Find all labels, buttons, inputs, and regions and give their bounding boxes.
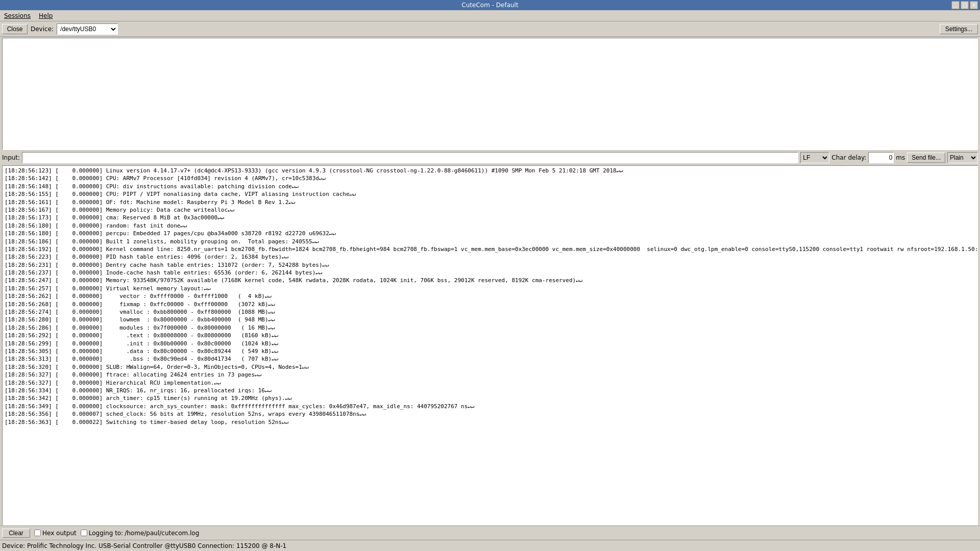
status-text: Device: Prolific Technology Inc. USB-Ser… bbox=[2, 542, 286, 549]
log-path: /home/paul/cutecom.log bbox=[125, 530, 199, 537]
title-text: CuteCom - Default bbox=[461, 2, 518, 9]
terminal-line: [18:28:56:342] [ 0.000000] arch_timer: c… bbox=[5, 394, 975, 402]
lf-select[interactable]: LF CR CR/LF None bbox=[800, 152, 829, 163]
terminal-line: [18:28:56:305] [ 0.000000] .data : 0x80c… bbox=[5, 347, 975, 355]
terminal-line: [18:28:56:148] [ 0.000000] CPU: div inst… bbox=[5, 183, 975, 190]
clear-button[interactable]: Clear bbox=[2, 529, 30, 538]
terminal-line: [18:28:56:237] [ 0.000000] Inode-cache h… bbox=[5, 269, 975, 277]
close-window-button[interactable]: ✕ bbox=[970, 1, 978, 9]
statusbar: Device: Prolific Technology Inc. USB-Ser… bbox=[0, 540, 980, 551]
terminal-line: [18:28:56:123] [ 0.000000] Linux version… bbox=[5, 167, 975, 174]
hex-output-checkbox[interactable] bbox=[34, 530, 41, 536]
menu-sessions[interactable]: Sessions bbox=[2, 12, 33, 20]
terminal-line: [18:28:56:349] [ 0.000000] clocksource: … bbox=[5, 403, 975, 410]
terminal-line: [18:28:56:280] [ 0.000000] lowmem : 0x80… bbox=[5, 316, 975, 323]
char-delay-unit: ms bbox=[896, 154, 905, 161]
terminal-line: [18:28:56:180] [ 0.000000] random: fast … bbox=[5, 222, 975, 230]
terminal-line: [18:28:56:313] [ 0.000000] .bss : 0x80c9… bbox=[5, 355, 975, 363]
titlebar: CuteCom - Default _ □ ✕ bbox=[0, 0, 980, 10]
hex-output-label: Hex output bbox=[42, 530, 77, 537]
input-label: Input: bbox=[2, 154, 20, 161]
minimize-button[interactable]: _ bbox=[951, 1, 960, 9]
terminal-line: [18:28:56:268] [ 0.000000] fixmap : 0xff… bbox=[5, 300, 975, 308]
toolbar: Close Device: /dev/ttyUSB0 Settings... bbox=[0, 21, 980, 37]
terminal-line: [18:28:56:262] [ 0.000000] vector : 0xff… bbox=[5, 292, 975, 300]
terminal-line: [18:28:56:180] [ 0.000000] percpu: Embed… bbox=[5, 230, 975, 237]
terminal-line: [18:28:56:356] [ 0.000007] sched_clock: … bbox=[5, 410, 975, 418]
terminal-line: [18:28:56:327] [ 0.000000] Hierarchical … bbox=[5, 379, 975, 387]
menubar: Sessions Help bbox=[0, 10, 980, 21]
settings-button[interactable]: Settings... bbox=[940, 24, 978, 34]
terminal-output[interactable]: [18:28:56:123] [ 0.000000] Linux version… bbox=[2, 165, 978, 525]
logging-wrapper: Logging to: /home/paul/cutecom.log bbox=[81, 530, 200, 537]
upper-area bbox=[2, 38, 978, 150]
logging-checkbox[interactable] bbox=[81, 530, 87, 536]
terminal-line: [18:28:56:223] [ 0.000000] PID hash tabl… bbox=[5, 253, 975, 261]
terminal-line: [18:28:56:192] [ 0.000000] Kernel comman… bbox=[5, 245, 975, 253]
terminal-line: [18:28:56:161] [ 0.000000] OF: fdt: Mach… bbox=[5, 198, 975, 206]
terminal-line: [18:28:56:231] [ 0.000000] Dentry cache … bbox=[5, 261, 975, 269]
terminal-line: [18:28:56:299] [ 0.000000] .init : 0x80b… bbox=[5, 340, 975, 347]
terminal-line: [18:28:56:173] [ 0.000000] cma: Reserved… bbox=[5, 214, 975, 221]
terminal-line: [18:28:56:274] [ 0.000000] vmalloc : 0xb… bbox=[5, 308, 975, 316]
terminal-line: [18:28:56:320] [ 0.000000] SLUB: HWalign… bbox=[5, 363, 975, 371]
menu-help[interactable]: Help bbox=[37, 12, 55, 20]
close-button[interactable]: Close bbox=[2, 24, 28, 34]
bottom-bar: Clear Hex output Logging to: /home/paul/… bbox=[0, 525, 980, 540]
send-file-button[interactable]: Send file... bbox=[907, 153, 945, 163]
terminal-line: [18:28:56:363] [ 0.000022] Switching to … bbox=[5, 418, 975, 426]
char-delay-label: Char delay: bbox=[831, 154, 866, 161]
terminal-line: [18:28:56:167] [ 0.000000] Memory policy… bbox=[5, 206, 975, 214]
input-field[interactable] bbox=[22, 152, 798, 163]
maximize-button[interactable]: □ bbox=[961, 1, 969, 9]
device-label: Device: bbox=[31, 26, 54, 33]
terminal-line: [18:28:56:327] [ 0.000000] ftrace: alloc… bbox=[5, 371, 975, 379]
device-select[interactable]: /dev/ttyUSB0 bbox=[57, 23, 118, 35]
terminal-line: [18:28:56:257] [ 0.000000] Virtual kerne… bbox=[5, 285, 975, 292]
char-delay-input[interactable] bbox=[868, 152, 894, 163]
plain-select[interactable]: Plain Hex bbox=[947, 152, 978, 163]
titlebar-controls[interactable]: _ □ ✕ bbox=[951, 1, 978, 9]
terminal-line: [18:28:56:142] [ 0.000000] CPU: ARMv7 Pr… bbox=[5, 174, 975, 182]
terminal-line: [18:28:56:247] [ 0.000000] Memory: 93354… bbox=[5, 277, 975, 284]
input-row: Input: LF CR CR/LF None Char delay: ms S… bbox=[0, 151, 980, 164]
terminal-line: [18:28:56:292] [ 0.000000] .text : 0x800… bbox=[5, 332, 975, 339]
terminal-line: [18:28:56:186] [ 0.000000] Built 1 zonel… bbox=[5, 238, 975, 245]
terminal-line: [18:28:56:286] [ 0.000000] modules : 0x7… bbox=[5, 324, 975, 332]
terminal-line: [18:28:56:334] [ 0.000000] NR_IRQS: 16, … bbox=[5, 387, 975, 394]
hex-output-wrapper: Hex output bbox=[34, 530, 77, 537]
logging-label: Logging to: bbox=[89, 530, 124, 537]
terminal-line: [18:28:56:155] [ 0.000000] CPU: PIPT / V… bbox=[5, 190, 975, 198]
